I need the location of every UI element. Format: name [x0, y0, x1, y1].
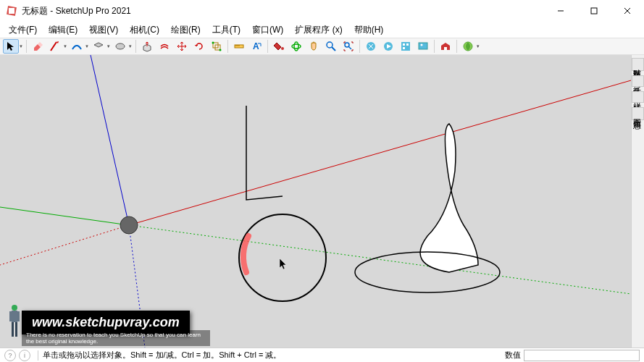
- zoom-extents-tool[interactable]: [340, 39, 356, 54]
- menu-camera[interactable]: 相机(C): [124, 22, 165, 38]
- dropdown-arrow-icon[interactable]: ▼: [476, 44, 480, 49]
- tray-tab-4[interactable]: 图元信息: [632, 107, 644, 120]
- svg-point-42: [12, 305, 17, 311]
- svg-point-17: [292, 44, 301, 49]
- svg-line-34: [0, 225, 129, 265]
- pan-tool[interactable]: [306, 39, 322, 54]
- menu-help[interactable]: 帮助(H): [348, 22, 390, 38]
- zoom-tool[interactable]: [323, 39, 339, 54]
- geolocation-tool[interactable]: [460, 39, 476, 54]
- svg-line-35: [129, 225, 631, 294]
- vray-frame-buffer-tool[interactable]: [415, 39, 431, 54]
- status-bar: ? i 单击或拖动以选择对象。Shift = 加/减。Ctrl = 加。Shif…: [0, 348, 644, 362]
- vray-interactive-tool[interactable]: [380, 39, 396, 54]
- help-icon[interactable]: ?: [4, 350, 16, 361]
- svg-line-22: [348, 46, 351, 49]
- viewport[interactable]: www.sketchupvray.com There is no reserva…: [0, 55, 631, 348]
- svg-rect-1: [9, 8, 14, 14]
- measurement-input[interactable]: [524, 350, 640, 361]
- tray-tab-2[interactable]: 托盘: [632, 75, 644, 87]
- svg-point-18: [294, 42, 298, 51]
- svg-rect-47: [17, 311, 20, 321]
- svg-point-40: [239, 214, 326, 301]
- line-tool[interactable]: [47, 39, 63, 54]
- rotate-tool[interactable]: [191, 39, 207, 54]
- tray-tabs: 默认面板 托盘 样式 图元信息: [631, 55, 644, 348]
- minimize-button[interactable]: [544, 0, 577, 22]
- scale-figure-icon: [6, 303, 23, 343]
- dropdown-arrow-icon[interactable]: ▼: [63, 44, 67, 49]
- tray-tab-default[interactable]: 默认面板: [632, 58, 644, 71]
- menu-view[interactable]: 视图(V): [83, 22, 124, 38]
- close-button[interactable]: [611, 0, 644, 22]
- svg-rect-31: [444, 47, 447, 50]
- svg-point-6: [116, 43, 125, 49]
- paint-bucket-tool[interactable]: [271, 39, 287, 54]
- svg-line-33: [129, 80, 631, 225]
- svg-point-19: [327, 42, 333, 48]
- dropdown-arrow-icon[interactable]: ▼: [19, 44, 23, 49]
- rectangle-tool[interactable]: [91, 39, 106, 54]
- move-tool[interactable]: [174, 39, 190, 54]
- menu-edit[interactable]: 编辑(E): [43, 22, 83, 38]
- vray-asset-editor-tool[interactable]: [398, 39, 414, 54]
- svg-text:A: A: [253, 41, 259, 51]
- offset-tool[interactable]: [156, 39, 172, 54]
- dropdown-arrow-icon[interactable]: ▼: [128, 44, 133, 49]
- dropdown-arrow-icon[interactable]: ▼: [85, 44, 89, 49]
- svg-rect-43: [12, 311, 17, 322]
- svg-rect-45: [15, 322, 17, 337]
- app-icon: [6, 5, 17, 17]
- tray-tab-3[interactable]: 样式: [632, 91, 644, 103]
- circle-tool[interactable]: [112, 39, 128, 54]
- svg-rect-26: [403, 43, 405, 46]
- orbit-tool[interactable]: [288, 39, 304, 54]
- value-label: 数值: [505, 350, 521, 361]
- window-title: 无标题 - SketchUp Pro 2021: [22, 5, 544, 17]
- dropdown-arrow-icon[interactable]: ▼: [106, 44, 111, 49]
- svg-point-9: [212, 42, 214, 44]
- svg-point-16: [281, 47, 284, 50]
- svg-line-37: [91, 55, 129, 225]
- pushpull-tool[interactable]: [139, 39, 155, 54]
- tape-measure-tool[interactable]: [231, 39, 247, 54]
- status-hint: 单击或拖动以选择对象。Shift = 加/减。Ctrl = 加。Shift + …: [43, 350, 505, 361]
- svg-line-36: [0, 207, 129, 225]
- watermark-subtitle: There is no reservation to teach you Ske…: [22, 330, 210, 346]
- info-icon[interactable]: i: [19, 350, 30, 361]
- select-tool[interactable]: [3, 39, 19, 54]
- svg-point-10: [219, 49, 221, 51]
- menu-window[interactable]: 窗口(W): [246, 22, 289, 38]
- svg-rect-27: [406, 43, 409, 46]
- svg-rect-46: [9, 311, 12, 321]
- scale-tool[interactable]: [209, 39, 225, 54]
- menu-draw[interactable]: 绘图(R): [165, 22, 206, 38]
- svg-rect-25: [401, 42, 410, 51]
- svg-line-20: [332, 47, 335, 51]
- scene-canvas[interactable]: [0, 55, 631, 348]
- menu-bar: 文件(F) 编辑(E) 视图(V) 相机(C) 绘图(R) 工具(T) 窗口(W…: [0, 22, 644, 38]
- svg-point-30: [420, 44, 422, 46]
- svg-rect-3: [591, 8, 597, 14]
- eraser-tool[interactable]: [30, 39, 46, 54]
- svg-rect-44: [12, 322, 14, 337]
- arc-tool[interactable]: [69, 39, 85, 54]
- vray-render-tool[interactable]: [363, 39, 379, 54]
- svg-point-39: [120, 216, 138, 234]
- svg-rect-28: [403, 47, 405, 49]
- workspace: www.sketchupvray.com There is no reserva…: [0, 55, 644, 348]
- menu-extensions[interactable]: 扩展程序 (x): [289, 22, 348, 38]
- extension-warehouse-tool[interactable]: [438, 39, 453, 54]
- text-tool[interactable]: A: [248, 39, 264, 54]
- maximize-button[interactable]: [577, 0, 611, 22]
- main-toolbar: ▼ ▼ ▼ ▼ ▼ A ▼: [0, 38, 644, 55]
- title-bar: 无标题 - SketchUp Pro 2021: [0, 0, 644, 22]
- menu-file[interactable]: 文件(F): [3, 22, 43, 38]
- svg-rect-29: [419, 43, 427, 49]
- menu-tools[interactable]: 工具(T): [206, 22, 246, 38]
